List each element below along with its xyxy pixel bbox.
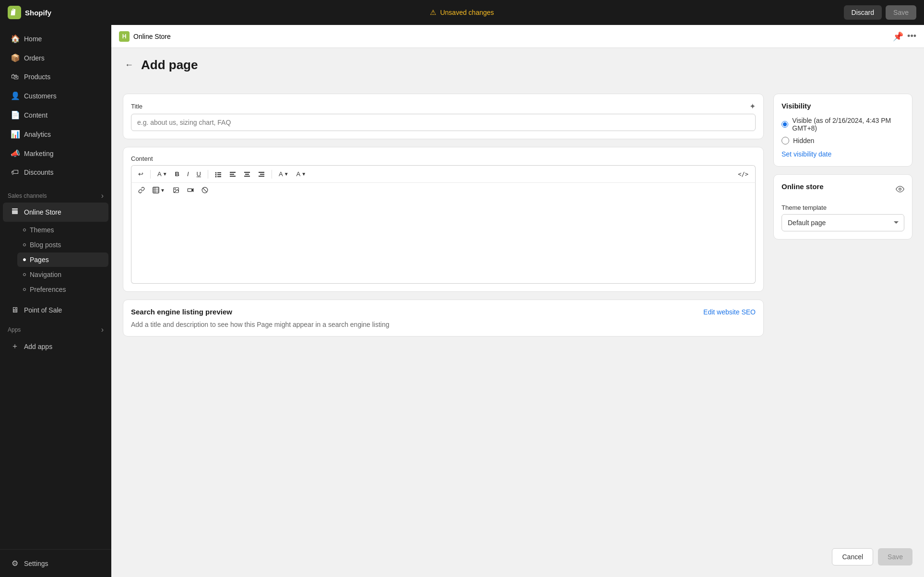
unsaved-label: Unsaved changes	[440, 9, 494, 16]
sidebar-item-customers[interactable]: 👤 Customers	[3, 86, 108, 105]
sidebar-item-point-of-sale[interactable]: 🖥 Point of Sale	[3, 301, 108, 319]
unsaved-warning: ⚠ Unsaved changes	[430, 8, 494, 17]
sidebar-item-themes[interactable]: Themes	[17, 223, 108, 237]
dot-icon	[23, 273, 26, 276]
title-field-label: Title ✦	[131, 102, 756, 111]
svg-point-4	[215, 174, 216, 175]
font-family-btn[interactable]: A ▼	[154, 168, 170, 180]
save-button[interactable]: Save	[878, 548, 912, 565]
svg-point-6	[215, 176, 216, 177]
sidebar-item-preferences[interactable]: Preferences	[17, 282, 108, 297]
image-btn[interactable]	[170, 185, 182, 195]
visibility-radio-group: Visible (as of 2/16/2024, 4:43 PM GMT+8)…	[782, 117, 904, 144]
expand-apps-icon[interactable]: ›	[101, 325, 104, 334]
text-bg-btn[interactable]: A ▼	[294, 168, 309, 180]
sidebar-item-home[interactable]: 🏠 Home	[3, 29, 108, 48]
sub-label-preferences: Preferences	[30, 286, 66, 293]
brand-logo[interactable]: shopify	[8, 6, 51, 19]
list-unordered-btn[interactable]	[212, 169, 225, 180]
align-left-btn[interactable]	[226, 169, 239, 180]
sidebar-item-pages[interactable]: Pages	[17, 252, 108, 267]
visible-label: Visible (as of 2/16/2024, 4:43 PM GMT+8)	[792, 117, 904, 132]
content-card: Content ↩ A ▼ B I U	[123, 147, 764, 292]
undo-btn[interactable]: ↩	[135, 168, 146, 180]
dot-icon	[23, 228, 26, 231]
clear-btn[interactable]	[199, 185, 211, 195]
sidebar-item-marketing[interactable]: 📣 Marketing	[3, 144, 108, 163]
hidden-radio[interactable]	[782, 137, 789, 144]
sidebar-label-add-apps: Add apps	[24, 343, 52, 350]
svg-marker-24	[192, 189, 193, 192]
ai-icon[interactable]: ✦	[749, 102, 756, 111]
discounts-icon: 🏷	[11, 168, 19, 177]
breadcrumb-bar: H Online Store 📌 •••	[111, 25, 924, 48]
brand-name: shopify	[25, 9, 51, 17]
more-icon[interactable]: •••	[907, 31, 916, 41]
edit-seo-link[interactable]: Edit website SEO	[703, 308, 756, 316]
text-color-btn[interactable]: A ▼	[276, 168, 292, 180]
source-btn[interactable]: </>	[735, 169, 751, 180]
svg-rect-17	[153, 187, 159, 193]
back-button[interactable]: ←	[123, 58, 135, 72]
sidebar-label-products: Products	[24, 73, 50, 81]
sidebar-item-discounts[interactable]: 🏷 Discounts	[3, 163, 108, 181]
online-store-breadcrumb-icon: H	[119, 31, 130, 42]
hidden-option[interactable]: Hidden	[782, 137, 904, 144]
editor-body[interactable]	[131, 197, 756, 284]
sidebar-item-blog-posts[interactable]: Blog posts	[17, 238, 108, 252]
apps-section: Apps ›	[0, 320, 111, 336]
svg-rect-13	[244, 176, 250, 177]
title-input[interactable]	[131, 114, 756, 131]
hidden-label: Hidden	[793, 137, 814, 144]
svg-point-22	[175, 189, 176, 190]
sub-label-pages: Pages	[30, 256, 49, 264]
sidebar-item-orders[interactable]: 📦 Orders	[3, 48, 108, 67]
table-btn[interactable]: ▼	[150, 185, 168, 195]
breadcrumb-actions: 📌 •••	[893, 31, 916, 42]
save-button-top[interactable]: Save	[886, 5, 916, 20]
italic-btn[interactable]: I	[184, 168, 192, 180]
sidebar-item-navigation[interactable]: Navigation	[17, 267, 108, 282]
content-label: Content	[131, 155, 756, 162]
svg-rect-10	[230, 176, 236, 177]
sidebar-item-online-store[interactable]: Online Store	[3, 203, 108, 222]
set-date-link[interactable]: Set visibility date	[782, 150, 831, 158]
underline-btn[interactable]: U	[194, 168, 204, 180]
video-btn[interactable]	[184, 185, 197, 195]
dot-icon	[23, 288, 26, 291]
visibility-card: Visibility Visible (as of 2/16/2024, 4:4…	[773, 94, 912, 167]
customers-icon: 👤	[11, 91, 19, 100]
svg-rect-3	[217, 172, 221, 173]
pin-icon[interactable]: 📌	[893, 31, 903, 42]
visible-radio[interactable]	[782, 120, 788, 128]
home-icon: 🏠	[11, 34, 19, 43]
sidebar-item-content[interactable]: 📄 Content	[3, 106, 108, 124]
svg-rect-15	[260, 174, 264, 175]
link-btn[interactable]	[135, 185, 148, 195]
sidebar-label-customers: Customers	[24, 92, 57, 100]
svg-rect-0	[12, 208, 18, 210]
add-apps-icon: ＋	[11, 341, 19, 351]
page-title-row: ← Add page	[111, 48, 924, 72]
expand-channels-icon[interactable]: ›	[101, 192, 104, 200]
sidebar-item-products[interactable]: 🛍 Products	[3, 68, 108, 86]
svg-rect-9	[230, 174, 234, 175]
sidebar-item-analytics[interactable]: 📊 Analytics	[3, 125, 108, 144]
breadcrumb-title: Online Store	[133, 33, 171, 40]
theme-template-select[interactable]: Default page Contact Custom	[782, 214, 904, 231]
sidebar-label-home: Home	[24, 35, 42, 43]
visible-option[interactable]: Visible (as of 2/16/2024, 4:43 PM GMT+8)	[782, 117, 904, 132]
editor-toolbar-row2: ▼	[131, 182, 756, 197]
align-right-btn[interactable]	[255, 169, 268, 180]
cancel-button[interactable]: Cancel	[832, 548, 873, 565]
eye-icon[interactable]	[896, 185, 904, 195]
svg-rect-16	[259, 176, 264, 177]
svg-rect-23	[188, 189, 192, 192]
align-center-btn[interactable]	[241, 169, 253, 180]
online-store-card: Online store Theme template Default page…	[773, 174, 912, 240]
sidebar-item-add-apps[interactable]: ＋ Add apps	[3, 337, 108, 356]
sidebar-item-settings[interactable]: ⚙ Settings	[3, 554, 108, 573]
sidebar-label-settings: Settings	[24, 560, 48, 567]
discard-button[interactable]: Discard	[844, 5, 882, 20]
bold-btn[interactable]: B	[172, 168, 182, 180]
